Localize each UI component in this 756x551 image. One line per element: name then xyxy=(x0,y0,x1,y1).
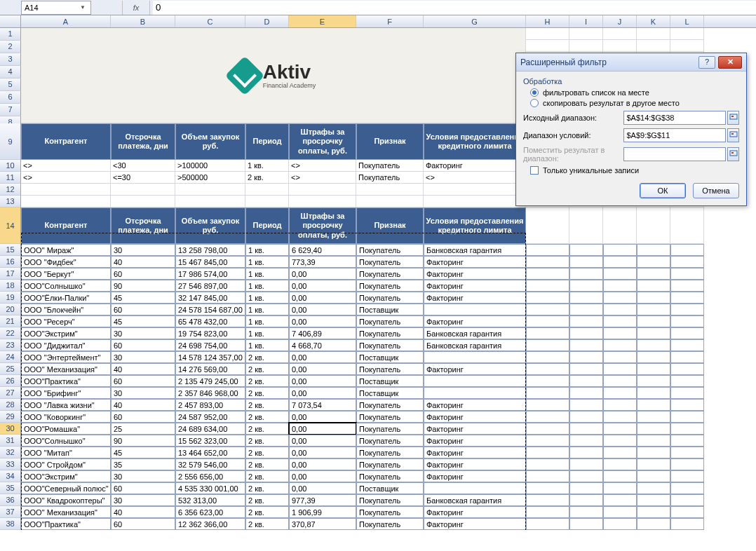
cell[interactable] xyxy=(603,518,637,530)
cell[interactable]: 0,00 xyxy=(289,482,356,494)
cell[interactable] xyxy=(670,315,704,327)
cell[interactable] xyxy=(603,208,637,244)
cell[interactable] xyxy=(526,363,569,375)
name-box[interactable]: A14 ▼ xyxy=(21,1,91,15)
cell[interactable]: 6 356 623,00 xyxy=(175,506,245,518)
cell[interactable] xyxy=(637,411,670,423)
cell[interactable] xyxy=(526,244,569,256)
cell[interactable]: 7 073,54 xyxy=(289,399,356,411)
cell[interactable] xyxy=(603,363,637,375)
cell[interactable] xyxy=(670,518,704,530)
row-header-18[interactable]: 18 xyxy=(0,280,21,292)
cell[interactable]: <> xyxy=(289,160,356,172)
cell[interactable] xyxy=(637,244,670,256)
cell[interactable] xyxy=(670,482,704,494)
cell[interactable] xyxy=(569,351,603,363)
cell[interactable]: >500000 xyxy=(175,172,245,184)
cell[interactable]: 0,00 xyxy=(289,447,356,458)
cell[interactable] xyxy=(526,268,569,280)
cell[interactable]: Покупатель xyxy=(356,458,424,470)
cell[interactable] xyxy=(670,292,704,304)
cell[interactable]: Покупатель xyxy=(356,160,424,172)
unique-records-checkbox[interactable]: Только уникальные записи xyxy=(530,166,739,175)
select-all-corner[interactable] xyxy=(0,15,21,27)
cell[interactable]: 24 689 634,00 xyxy=(175,423,245,435)
cell[interactable] xyxy=(424,482,526,494)
cell[interactable] xyxy=(569,28,603,40)
row-header-24[interactable]: 24 xyxy=(0,351,21,363)
cell[interactable]: Покупатель xyxy=(356,280,424,292)
cell[interactable]: >100000 xyxy=(175,160,245,172)
cell[interactable]: Покупатель xyxy=(356,470,424,482)
column-header-A[interactable]: A xyxy=(21,15,111,27)
row-header-2[interactable]: 2 xyxy=(0,41,21,53)
cell[interactable]: 4 668,70 xyxy=(289,339,356,351)
cell[interactable] xyxy=(670,423,704,435)
cell[interactable]: 65 478 432,00 xyxy=(175,315,245,327)
cell[interactable]: 2 кв. xyxy=(245,518,289,530)
row-header-6[interactable]: 6 xyxy=(0,91,21,104)
cell[interactable] xyxy=(637,458,670,470)
row-header-25[interactable]: 25 xyxy=(0,363,21,375)
cell[interactable] xyxy=(526,482,569,494)
cell[interactable] xyxy=(356,196,424,208)
cell[interactable]: 4 535 330 001,00 xyxy=(175,482,245,494)
cell[interactable] xyxy=(670,363,704,375)
cell[interactable]: 60 xyxy=(111,375,175,387)
cell[interactable]: Поставщик xyxy=(356,482,424,494)
cell[interactable] xyxy=(637,351,670,363)
cell[interactable]: Банковская гарантия xyxy=(424,244,526,256)
cell[interactable] xyxy=(603,292,637,304)
cell[interactable] xyxy=(21,184,111,196)
cell[interactable]: Поставщик xyxy=(356,304,424,315)
cell[interactable]: 6 629,40 xyxy=(289,244,356,256)
cell[interactable] xyxy=(670,494,704,506)
cell[interactable]: 370,87 xyxy=(289,518,356,530)
row-header-32[interactable]: 32 xyxy=(0,447,21,458)
cell[interactable] xyxy=(637,435,670,447)
cell[interactable]: ООО "Энтертеймент" xyxy=(21,351,111,363)
column-header-L[interactable]: L xyxy=(670,15,704,27)
cell[interactable]: Покупатель xyxy=(356,292,424,304)
cell[interactable] xyxy=(670,375,704,387)
cell[interactable]: 2 кв. xyxy=(245,482,289,494)
row-header-16[interactable]: 16 xyxy=(0,256,21,268)
cell[interactable] xyxy=(424,375,526,387)
cell[interactable]: 0,00 xyxy=(289,363,356,375)
cell[interactable]: 2 кв. xyxy=(245,470,289,482)
cell[interactable] xyxy=(424,304,526,315)
cell[interactable]: 2 556 656,00 xyxy=(175,470,245,482)
row-header-9[interactable]: 9 xyxy=(0,123,21,160)
row-header-31[interactable]: 31 xyxy=(0,435,21,447)
cell[interactable]: ООО "Брифинг" xyxy=(21,387,111,399)
cell[interactable]: Поставщик xyxy=(356,351,424,363)
cell[interactable] xyxy=(526,423,569,435)
cell[interactable]: 1 кв. xyxy=(245,244,289,256)
cell[interactable] xyxy=(603,268,637,280)
cell[interactable]: 24 578 154 687,00 xyxy=(175,304,245,315)
cell[interactable]: 773,39 xyxy=(289,256,356,268)
cell[interactable] xyxy=(569,268,603,280)
cell[interactable] xyxy=(603,28,637,40)
cell[interactable]: 30 xyxy=(111,494,175,506)
cell[interactable]: 60 xyxy=(111,482,175,494)
cell[interactable]: 2 кв. xyxy=(245,399,289,411)
cell[interactable] xyxy=(526,375,569,387)
cancel-button[interactable]: Отмена xyxy=(693,183,739,198)
cell[interactable] xyxy=(526,304,569,315)
cell[interactable] xyxy=(424,387,526,399)
row-header-29[interactable]: 29 xyxy=(0,411,21,423)
cell[interactable]: 17 986 574,00 xyxy=(175,268,245,280)
cell[interactable]: 32 579 546,00 xyxy=(175,458,245,470)
criteria-range-input[interactable] xyxy=(623,128,726,142)
cell[interactable]: ООО"Солнышко" xyxy=(21,280,111,292)
column-header-H[interactable]: H xyxy=(526,15,569,27)
dialog-close-button[interactable]: ✕ xyxy=(718,56,742,69)
cell[interactable] xyxy=(569,518,603,530)
cell[interactable]: 2 457 893,00 xyxy=(175,399,245,411)
cell[interactable]: 0,00 xyxy=(289,351,356,363)
cell[interactable] xyxy=(637,280,670,292)
cell[interactable]: 19 754 823,00 xyxy=(175,327,245,339)
row-header-14[interactable]: 14 xyxy=(0,208,21,244)
cell[interactable] xyxy=(670,244,704,256)
